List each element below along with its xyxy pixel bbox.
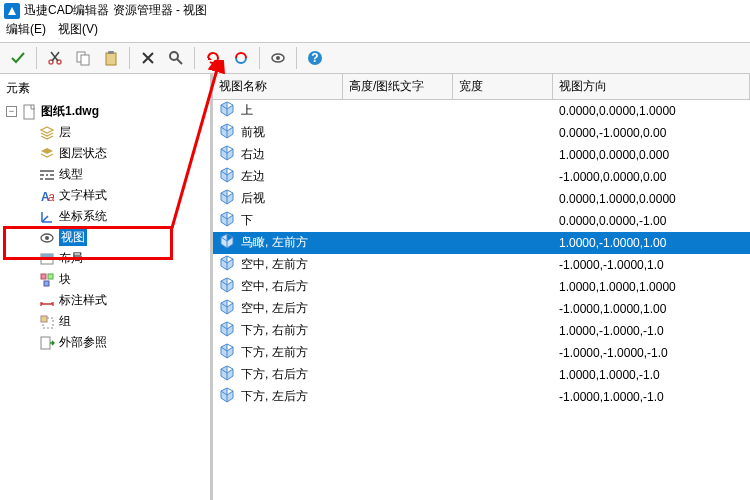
cell-direction: 1.0000,1.0000,-1.0	[553, 366, 750, 384]
cube-icon	[219, 189, 235, 208]
col-width[interactable]: 宽度	[453, 74, 553, 99]
cut-button[interactable]	[42, 45, 68, 71]
tree-item-textstyle[interactable]: Aa文字样式	[0, 185, 210, 206]
svg-point-8	[276, 56, 280, 60]
tree-item-view[interactable]: 视图	[0, 227, 210, 248]
grid-row[interactable]: 下方, 右后方1.0000,1.0000,-1.0	[213, 364, 750, 386]
col-direction[interactable]: 视图方向	[553, 74, 750, 99]
svg-rect-5	[108, 51, 114, 54]
view-grid: 视图名称 高度/图纸文字 宽度 视图方向 上0.0000,0.0000,1.00…	[213, 74, 750, 500]
cube-icon	[219, 167, 235, 186]
tree-item-dimstyle[interactable]: 标注样式	[0, 290, 210, 311]
col-height[interactable]: 高度/图纸文字	[343, 74, 453, 99]
cell-name: 空中, 右后方	[241, 278, 308, 295]
cube-icon	[219, 255, 235, 274]
tree-item-label: 视图	[59, 229, 87, 246]
cell-height	[343, 307, 453, 311]
paste-button[interactable]	[98, 45, 124, 71]
cell-name: 下方, 左后方	[241, 388, 308, 405]
cell-name: 下方, 右前方	[241, 322, 308, 339]
eye-button[interactable]	[265, 45, 291, 71]
cell-width	[453, 153, 553, 157]
group-icon	[39, 314, 55, 330]
tree-item-label: 文字样式	[59, 187, 107, 204]
cell-height	[343, 131, 453, 135]
tree-item-label: 标注样式	[59, 292, 107, 309]
cell-width	[453, 109, 553, 113]
cube-icon	[219, 123, 235, 142]
cell-width	[453, 329, 553, 333]
menu-edit[interactable]: 编辑(E)	[6, 21, 46, 38]
cell-direction: -1.0000,-1.0000,-1.0	[553, 344, 750, 362]
tree-item-linetype[interactable]: 线型	[0, 164, 210, 185]
tree-root-label: 图纸1.dwg	[41, 103, 99, 120]
grid-row[interactable]: 空中, 左后方-1.0000,1.0000,1.00	[213, 298, 750, 320]
textstyle-icon: Aa	[39, 188, 55, 204]
cube-icon	[219, 101, 235, 120]
cell-name: 上	[241, 102, 253, 119]
grid-row[interactable]: 鸟瞰, 左前方1.0000,-1.0000,1.00	[213, 232, 750, 254]
collapse-icon[interactable]: −	[6, 106, 17, 117]
linetype-icon	[39, 167, 55, 183]
tree-root[interactable]: − 图纸1.dwg	[0, 101, 210, 122]
grid-row[interactable]: 空中, 右后方1.0000,1.0000,1.0000	[213, 276, 750, 298]
grid-row[interactable]: 上0.0000,0.0000,1.0000	[213, 100, 750, 122]
copy-button[interactable]	[70, 45, 96, 71]
tree-item-xref[interactable]: 外部参照	[0, 332, 210, 353]
cell-name: 鸟瞰, 左前方	[241, 234, 308, 251]
svg-point-15	[45, 236, 49, 240]
help-button[interactable]: ?	[302, 45, 328, 71]
refresh-button[interactable]	[200, 45, 226, 71]
xref-icon	[39, 335, 55, 351]
grid-row[interactable]: 下方, 右前方1.0000,-1.0000,-1.0	[213, 320, 750, 342]
find-button[interactable]	[163, 45, 189, 71]
grid-row[interactable]: 下方, 左前方-1.0000,-1.0000,-1.0	[213, 342, 750, 364]
tree-item-layers[interactable]: 层	[0, 122, 210, 143]
tree-item-layerstate[interactable]: 图层状态	[0, 143, 210, 164]
cell-direction: 1.0000,0.0000,0.000	[553, 146, 750, 164]
cube-icon	[219, 299, 235, 318]
check-button[interactable]	[5, 45, 31, 71]
cell-width	[453, 351, 553, 355]
cell-width	[453, 175, 553, 179]
cell-width	[453, 395, 553, 399]
toolbar-separator	[194, 47, 195, 69]
app-icon	[4, 3, 20, 19]
svg-rect-11	[24, 105, 34, 119]
cell-direction: -1.0000,1.0000,-1.0	[553, 388, 750, 406]
grid-row[interactable]: 左边-1.0000,0.0000,0.00	[213, 166, 750, 188]
window-title: 迅捷CAD编辑器 资源管理器 - 视图	[24, 2, 207, 19]
tree-item-label: 组	[59, 313, 71, 330]
refresh2-button[interactable]	[228, 45, 254, 71]
cell-name: 左边	[241, 168, 265, 185]
cell-name: 下	[241, 212, 253, 229]
tree-item-label: 外部参照	[59, 334, 107, 351]
view-icon	[39, 230, 55, 246]
tree-item-block[interactable]: 块	[0, 269, 210, 290]
grid-row[interactable]: 空中, 左前方-1.0000,-1.0000,1.0	[213, 254, 750, 276]
layerstate-icon	[39, 146, 55, 162]
delete-button[interactable]	[135, 45, 161, 71]
grid-row[interactable]: 前视0.0000,-1.0000,0.00	[213, 122, 750, 144]
grid-row[interactable]: 下方, 左后方-1.0000,1.0000,-1.0	[213, 386, 750, 408]
cube-icon	[219, 365, 235, 384]
cell-height	[343, 197, 453, 201]
tree-item-label: 块	[59, 271, 71, 288]
tree-item-label: 线型	[59, 166, 83, 183]
cell-height	[343, 373, 453, 377]
tree-item-layout[interactable]: 布局	[0, 248, 210, 269]
col-name[interactable]: 视图名称	[213, 74, 343, 99]
menu-view[interactable]: 视图(V)	[58, 21, 98, 38]
cell-height	[343, 109, 453, 113]
tree-item-group[interactable]: 组	[0, 311, 210, 332]
tree-item-label: 布局	[59, 250, 83, 267]
cell-width	[453, 241, 553, 245]
cube-icon	[219, 387, 235, 406]
content-area: 元素 − 图纸1.dwg 层图层状态线型Aa文字样式坐标系统视图布局块标注样式组…	[0, 74, 750, 500]
cell-width	[453, 131, 553, 135]
cell-name: 前视	[241, 124, 265, 141]
grid-row[interactable]: 下0.0000,0.0000,-1.00	[213, 210, 750, 232]
tree-item-ucs[interactable]: 坐标系统	[0, 206, 210, 227]
grid-row[interactable]: 右边1.0000,0.0000,0.000	[213, 144, 750, 166]
grid-row[interactable]: 后视0.0000,1.0000,0.0000	[213, 188, 750, 210]
